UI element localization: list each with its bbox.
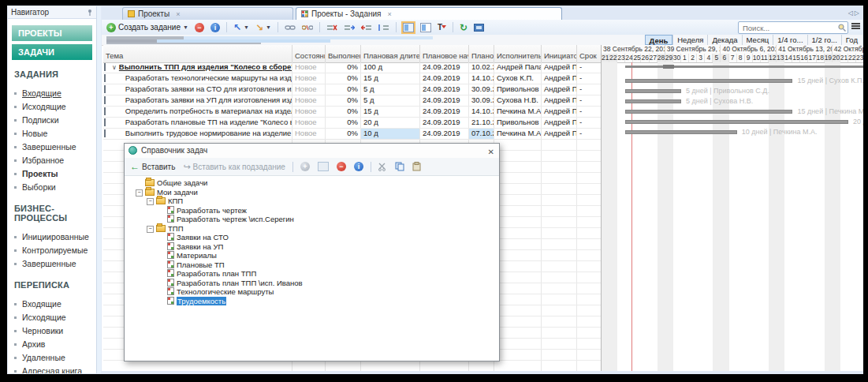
timescale-button[interactable]: 1/2 го...	[807, 35, 841, 45]
tab-scroll-arrows[interactable]: ◁▷	[848, 9, 861, 17]
column-header[interactable]: Плановая длительность△	[361, 45, 420, 62]
info-button[interactable]: i	[209, 21, 222, 33]
gantt-task-bar[interactable]	[625, 99, 681, 103]
paste-button[interactable]	[410, 159, 423, 174]
create-task-button[interactable]: + Создать задание ▼	[105, 21, 190, 33]
sidebar-item[interactable]: Подписки	[8, 114, 96, 127]
move-down-button[interactable]: ↘▼	[254, 21, 273, 33]
tree-item[interactable]: −Заявки на СТО	[125, 233, 499, 242]
tree-item[interactable]: −Разработать план ТПП	[125, 269, 499, 279]
column-header[interactable]: Планово...△	[469, 45, 494, 62]
tree-expander-icon[interactable]: −	[147, 226, 154, 233]
tab-projects[interactable]: Проекты×	[122, 7, 293, 20]
tree-item[interactable]: −Материалы	[125, 251, 499, 260]
column-header[interactable]: Плановое начало△	[420, 45, 469, 62]
insert-as-subtask-button[interactable]: ↪Вставить как подзадание	[181, 159, 288, 174]
table-row[interactable]: ∨Определить потребность в материалах на …	[103, 107, 601, 118]
tree-item[interactable]: −Трудоемкость	[125, 297, 499, 306]
tree-item[interactable]: −Разработать план ТПП \исп. Иванов	[125, 279, 499, 288]
report-button[interactable]	[472, 21, 486, 33]
sidebar-item[interactable]: Выборки	[8, 181, 96, 194]
sidebar-item[interactable]: Избранное	[8, 154, 96, 167]
tree-item[interactable]: −Общие задачи	[125, 178, 499, 188]
row-expander-icon[interactable]: ∨	[112, 64, 117, 71]
text-filter-button[interactable]: T	[436, 21, 448, 33]
tree-expander-icon[interactable]: −	[136, 189, 143, 197]
table-row[interactable]: ∨Выполнить ТПП для изделия "Колесо в сбо…	[103, 62, 601, 73]
menu-icon[interactable]	[851, 22, 860, 31]
toggle-grid-panel-button[interactable]	[419, 21, 433, 33]
sidebar-item[interactable]: Удаленные	[8, 351, 96, 365]
delete-task-button[interactable]: −	[193, 21, 206, 33]
gantt-task-bar[interactable]	[625, 89, 681, 93]
table-row[interactable]: ∨Выполнить трудовое нормирование на изде…	[103, 129, 601, 140]
sidebar-splitter[interactable]	[97, 6, 101, 373]
tree-expander-icon[interactable]: −	[147, 198, 154, 205]
tab-projects-assignments[interactable]: Проекты - Задания×	[296, 7, 562, 20]
constraint-remove-button[interactable]	[325, 21, 339, 33]
gantt-task-bar[interactable]	[625, 120, 848, 124]
sidebar-item[interactable]: Проекты	[8, 167, 96, 181]
timescale-button[interactable]: Декада	[707, 35, 741, 45]
entry-info-button[interactable]: i	[352, 159, 366, 174]
tree-item[interactable]: −Плановые ТП	[125, 260, 499, 270]
gantt-task-bar[interactable]	[625, 130, 736, 134]
timescale-button[interactable]: Год	[841, 35, 862, 45]
tab-close-icon[interactable]: ×	[388, 10, 392, 18]
column-header[interactable]: Тема△	[103, 45, 292, 62]
gantt-task-bar[interactable]	[625, 79, 792, 83]
column-header[interactable]: Выполнено△	[326, 45, 361, 62]
empty-row[interactable]	[103, 361, 601, 371]
link-tasks-button[interactable]	[283, 21, 297, 33]
tree-item[interactable]: −Мои задачи	[125, 188, 499, 197]
add-entry-button[interactable]: +	[298, 159, 312, 174]
sidebar-button-tasks[interactable]: ЗАДАЧИ	[12, 44, 92, 60]
pin-icon[interactable]	[87, 9, 94, 16]
copy-button[interactable]	[393, 159, 407, 174]
timescale-button[interactable]: Месяц	[742, 35, 773, 45]
table-row[interactable]: ∨Разработать технологические маршруты на…	[103, 73, 601, 84]
column-header[interactable]: Инициатор△	[542, 45, 577, 62]
edit-entry-button[interactable]	[315, 159, 331, 174]
tree-item[interactable]: −Заявки на УП	[125, 242, 499, 252]
refresh-button[interactable]: ↻	[458, 21, 469, 33]
timescale-button[interactable]: День	[645, 35, 673, 45]
sidebar-item[interactable]: Архив	[8, 338, 96, 351]
search-input[interactable]	[741, 22, 835, 33]
sidebar-button-projects[interactable]: ПРОЕКТЫ	[12, 25, 92, 41]
sidebar-item[interactable]: Исходящие	[8, 311, 96, 324]
toggle-gantt-panel-button[interactable]	[401, 21, 415, 33]
table-row[interactable]: ∨Разработать заявки на УП для изготовлен…	[103, 96, 601, 107]
gantt-summary-bar[interactable]	[625, 66, 863, 68]
sidebar-item[interactable]: Завершенные	[8, 257, 96, 271]
sidebar-item[interactable]: Контролируемые	[8, 244, 96, 257]
constraint-forward-button[interactable]	[342, 21, 356, 33]
constraint-back-button[interactable]	[359, 21, 374, 33]
sidebar-item[interactable]: Входящие	[8, 87, 96, 100]
tab-close-icon[interactable]: ×	[176, 10, 180, 18]
search-icon[interactable]	[838, 24, 846, 32]
column-header[interactable]: Исполнитель△	[494, 45, 542, 62]
tree-item[interactable]: −ТПП	[125, 224, 499, 234]
cut-button[interactable]	[376, 159, 389, 174]
sidebar-item[interactable]: Входящие	[8, 298, 96, 311]
column-header[interactable]: Состояние△	[292, 45, 326, 62]
sidebar-item[interactable]: Новые	[8, 127, 96, 140]
timescale-button[interactable]: Неделя	[672, 35, 707, 45]
timescale-button[interactable]: 1/4 го...	[773, 35, 807, 45]
move-up-button[interactable]: ↖▼	[232, 21, 251, 33]
insert-button[interactable]: ←Вставить	[128, 159, 177, 174]
constraint-indent-button[interactable]	[377, 21, 391, 33]
tree-item[interactable]: −Разработать чертеж \исп.Серегин	[125, 215, 499, 224]
sidebar-item[interactable]: Исходящие	[8, 100, 96, 114]
table-row[interactable]: ∨Разработать плановые ТП на изделие "Кол…	[103, 118, 601, 129]
tree-item[interactable]: −Разработать чертеж	[125, 206, 499, 215]
sidebar-item[interactable]: Инициированные	[8, 230, 96, 244]
gantt-task-bar[interactable]	[625, 110, 792, 114]
column-header[interactable]: Срок△	[577, 45, 601, 62]
sidebar-item[interactable]: Черновики	[8, 324, 96, 338]
remove-entry-button[interactable]: −	[334, 159, 348, 174]
sidebar-item[interactable]: Завершенные	[8, 140, 96, 154]
sidebar-item[interactable]: Адресная книга	[8, 365, 96, 373]
table-row[interactable]: ∨Разработать заявки на СТО для изготовле…	[103, 84, 601, 96]
